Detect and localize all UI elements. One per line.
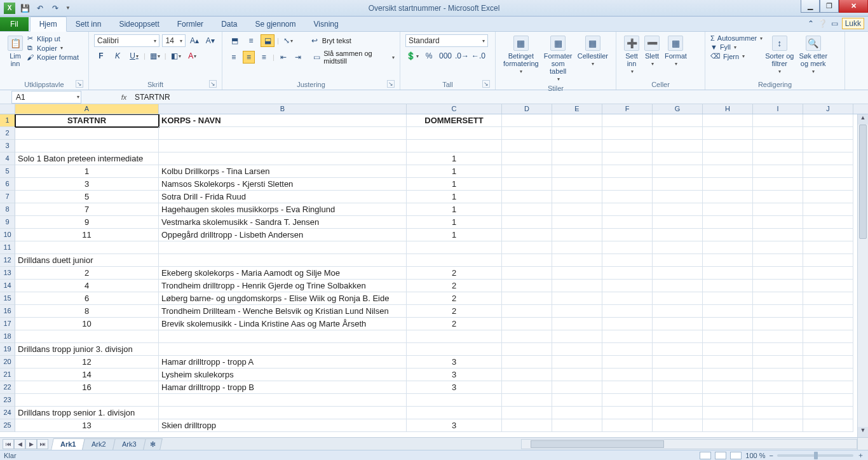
cell[interactable]: Trondheim Drillteam - Wenche Belsvik og … [159, 305, 407, 318]
cell[interactable] [552, 394, 602, 407]
cell[interactable] [753, 203, 803, 216]
cell[interactable] [753, 140, 803, 152]
sheet-nav-first[interactable]: ⏮ [3, 439, 14, 449]
cell[interactable] [552, 356, 602, 369]
align-center-icon[interactable]: ≡ [243, 51, 255, 64]
cell[interactable] [407, 254, 502, 267]
cell[interactable] [803, 343, 853, 356]
cell[interactable] [407, 407, 502, 419]
cell[interactable] [159, 127, 407, 140]
cell[interactable]: 3 [407, 381, 502, 394]
insert-cells-button[interactable]: ➕Sett inn▾ [621, 34, 642, 76]
cell[interactable] [602, 267, 653, 280]
cell[interactable] [803, 419, 853, 432]
view-page-layout-icon[interactable] [715, 452, 726, 459]
cell[interactable] [753, 318, 803, 330]
tab-page-layout[interactable]: Sideoppsett [110, 17, 168, 31]
align-left-icon[interactable]: ≡ [227, 51, 240, 64]
zoom-slider[interactable] [777, 454, 853, 457]
cell[interactable] [552, 381, 602, 394]
cell[interactable] [703, 114, 753, 127]
cell[interactable] [803, 241, 853, 254]
cell[interactable] [703, 178, 753, 191]
format-painter-button[interactable]: 🖌Kopier format [25, 53, 79, 61]
cell[interactable]: 2 [15, 267, 159, 280]
cell[interactable]: 6 [15, 292, 159, 305]
cell[interactable]: Sotra Drill - Frida Ruud [159, 191, 407, 203]
cell[interactable]: 2 [407, 292, 502, 305]
row-header[interactable]: 25 [0, 419, 15, 432]
select-all-corner[interactable] [0, 104, 15, 114]
align-top-icon[interactable]: ⬒ [227, 34, 241, 47]
cell[interactable] [703, 318, 753, 330]
cell[interactable] [703, 381, 753, 394]
row-header[interactable]: 1 [0, 114, 15, 127]
indent-increase-icon[interactable]: ⇥ [292, 51, 305, 64]
close-workbook-button[interactable]: Lukk [842, 18, 864, 29]
row-header[interactable]: 16 [0, 305, 15, 318]
cell[interactable] [653, 305, 703, 318]
cell[interactable]: 2 [407, 267, 502, 280]
cell[interactable] [753, 407, 803, 419]
cell[interactable] [502, 280, 552, 292]
fill-button[interactable]: ▼Fyll▾ [710, 43, 763, 51]
cell[interactable] [753, 241, 803, 254]
cell[interactable] [703, 165, 753, 178]
row-header[interactable]: 14 [0, 280, 15, 292]
cell[interactable] [753, 305, 803, 318]
row-header[interactable]: 24 [0, 407, 15, 419]
cell[interactable]: 3 [407, 356, 502, 369]
cell[interactable] [407, 343, 502, 356]
cell[interactable] [803, 267, 853, 280]
cell[interactable] [803, 140, 853, 152]
cell[interactable] [703, 254, 753, 267]
cell[interactable] [602, 343, 653, 356]
font-color-button[interactable]: A▾ [186, 50, 200, 62]
conditional-formatting-button[interactable]: ▦Betinget formatering▾ [501, 34, 541, 83]
cell[interactable] [552, 165, 602, 178]
cell[interactable] [602, 152, 653, 165]
cell[interactable] [602, 191, 653, 203]
cell[interactable] [602, 127, 653, 140]
cell[interactable] [703, 191, 753, 203]
excel-icon[interactable]: X [4, 3, 15, 14]
align-bottom-icon[interactable]: ⬓ [261, 34, 275, 47]
cell[interactable] [159, 343, 407, 356]
cell[interactable] [552, 305, 602, 318]
cell[interactable] [552, 178, 602, 191]
cell[interactable]: STARTNR [15, 114, 159, 127]
cell[interactable]: Solo 1 Baton preteen intermediate [15, 152, 159, 165]
cell[interactable]: 1 [15, 165, 159, 178]
cell[interactable] [159, 140, 407, 152]
cell[interactable]: 4 [15, 280, 159, 292]
cell[interactable] [703, 356, 753, 369]
cell[interactable] [803, 127, 853, 140]
row-header[interactable]: 22 [0, 381, 15, 394]
cell[interactable]: Drilldans tropp senior 1. divisjon [15, 407, 159, 419]
decrease-decimal-icon[interactable]: ←.0 [471, 50, 485, 62]
row-header[interactable]: 13 [0, 267, 15, 280]
format-as-table-button[interactable]: ▦Formater som tabell▾ [541, 34, 575, 83]
cell[interactable] [753, 165, 803, 178]
cell[interactable] [653, 394, 703, 407]
format-cells-button[interactable]: ▦Format▾ [662, 34, 689, 76]
paste-button[interactable]: 📋 Lim inn [5, 34, 25, 69]
cell[interactable] [753, 292, 803, 305]
sheet-nav-prev[interactable]: ◀ [14, 439, 25, 449]
tab-view[interactable]: Visning [305, 17, 348, 31]
cell[interactable] [653, 140, 703, 152]
tab-data[interactable]: Data [212, 17, 246, 31]
fx-icon[interactable]: fx [117, 93, 131, 101]
cell[interactable] [502, 178, 552, 191]
cell[interactable] [753, 216, 803, 229]
minimize-ribbon-icon[interactable]: ⌃ [808, 19, 814, 28]
cell[interactable]: Løberg barne- og ungdomskorps - Elise Wi… [159, 292, 407, 305]
orientation-icon[interactable]: ⤡▾ [281, 34, 295, 47]
cell[interactable] [502, 152, 552, 165]
col-header-j[interactable]: J [803, 104, 853, 114]
row-header[interactable]: 8 [0, 203, 15, 216]
name-box[interactable]: A1▾ [11, 91, 81, 104]
col-header-d[interactable]: D [502, 104, 552, 114]
cell[interactable]: 2 [407, 280, 502, 292]
sheet-tab-ark3[interactable]: Ark3 [112, 438, 146, 450]
